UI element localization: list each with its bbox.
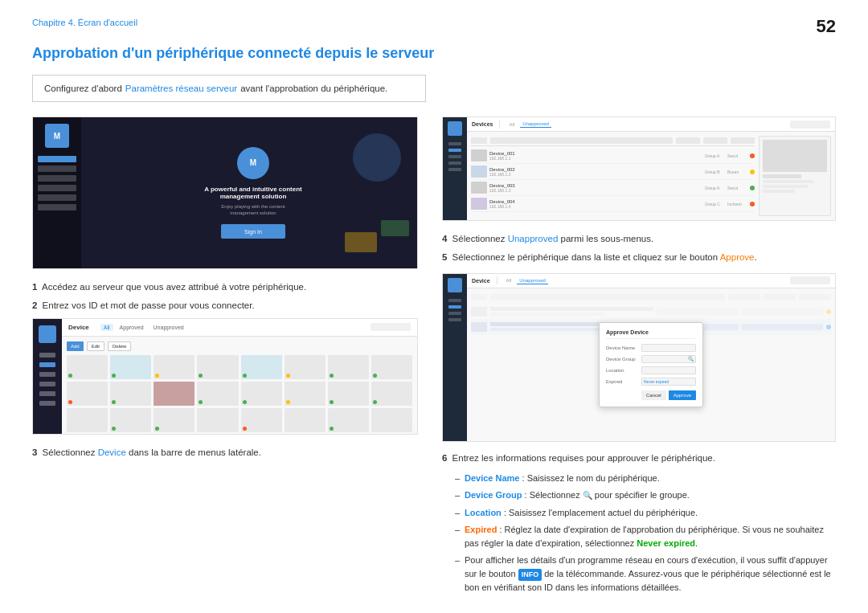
mock-main-area: Device All Approved Unapproved Add	[62, 319, 417, 434]
device-cell	[67, 408, 108, 432]
step-4: 4 Sélectionnez Unapproved parmi les sous…	[442, 232, 836, 246]
status-indicator	[155, 374, 159, 378]
device-cell	[371, 408, 412, 432]
dialog-expired-row: Expired Never expired	[606, 378, 696, 386]
device-cell	[197, 382, 238, 406]
detail-info	[763, 190, 795, 193]
device-cell	[328, 408, 369, 432]
device-list-row[interactable]: Device_002 192.168.1.2 Group B Busan	[471, 164, 755, 180]
ds-nav-item	[448, 299, 461, 302]
right-column: Devices All Unapproved	[442, 116, 836, 599]
location-keyword: Location	[465, 508, 502, 517]
tab-all[interactable]: All	[100, 324, 113, 331]
device-cell	[110, 382, 151, 406]
sub-bullet-info-note: Pour afficher les détails d'un programme…	[455, 554, 836, 595]
sidebar-menu-item	[39, 391, 55, 396]
search-icon: 🔍	[688, 356, 694, 362]
dialog-buttons: Cancel Approve	[606, 390, 696, 400]
dialog-location-label: Location	[606, 368, 638, 373]
device-info: Device_004 192.168.1.4	[489, 199, 702, 209]
status-indicator	[243, 427, 247, 431]
login-button-label: Sign In	[244, 229, 262, 235]
detail-info	[763, 180, 814, 183]
device-group: Group C	[705, 202, 725, 206]
device-cell	[110, 355, 151, 379]
device-cell	[67, 355, 108, 379]
tab-all[interactable]: All	[506, 121, 517, 128]
screenshot-login: M M A powerful and intuitive contentmana…	[32, 116, 418, 269]
device-list-row[interactable]: Device_001 192.168.1.1 Group A Seoul	[471, 148, 755, 164]
expired-text-after: .	[695, 538, 698, 548]
main-content: M M A powerful and intuitive contentmana…	[32, 116, 836, 599]
device-list-row[interactable]: Device_004 192.168.1.4 Group C Incheon	[471, 196, 755, 212]
edit-btn[interactable]: Edit	[87, 341, 104, 351]
search-icon-inline: 🔍	[583, 491, 592, 500]
delete-btn[interactable]: Delete	[108, 341, 131, 351]
sub-bullet-device-name: Device Name : Saisissez le nom du périph…	[455, 472, 836, 485]
search-input[interactable]	[790, 121, 830, 129]
dialog-device-name-input[interactable]	[641, 344, 696, 352]
add-btn[interactable]: Add	[67, 341, 84, 351]
page-title: Approbation d'un périphérique connecté d…	[32, 45, 836, 62]
dialog-device-name-label: Device Name	[606, 345, 638, 350]
approve-button[interactable]: Approve	[669, 390, 696, 400]
device-cell	[154, 382, 194, 406]
sub-bullets-container: Device Name : Saisissez le nom du périph…	[442, 472, 836, 595]
device-cell	[371, 355, 412, 379]
step-6: 6 Entrez les informations requises pour …	[442, 452, 836, 465]
dialog-device-group-input[interactable]: 🔍	[641, 355, 696, 363]
sidebar-menu-item	[39, 382, 55, 386]
device-location: Seoul	[727, 186, 747, 190]
device-info: Device_001 192.168.1.1	[489, 151, 702, 161]
search-bar[interactable]	[371, 323, 411, 331]
decorative-rect2	[381, 220, 409, 236]
device-cell	[67, 382, 108, 406]
dialog-location-row: Location	[606, 366, 696, 374]
dialog-expired-input[interactable]: Never expired	[641, 378, 696, 386]
mock-toolbar: Add Edit Delete	[67, 341, 412, 351]
device-sub: 192.168.1.3	[489, 188, 702, 193]
welcome-sidebar: M	[33, 117, 81, 268]
page-number: 52	[817, 16, 836, 37]
step-5-text: Sélectionnez le périphérique dans la lis…	[452, 252, 720, 262]
expired-keyword: Expired	[465, 525, 497, 534]
sidebar-nav-item	[38, 194, 76, 201]
device-info: Device_002 192.168.1.2	[489, 167, 702, 177]
login-button[interactable]: Sign In	[221, 224, 285, 239]
sidebar-menu-item	[39, 372, 55, 377]
decorative-circle	[353, 133, 401, 182]
device-cell	[154, 355, 194, 379]
device-list-row[interactable]: Device_003 192.168.1.3 Group A Seoul	[471, 180, 755, 196]
tab-unapproved[interactable]: Unapproved	[150, 324, 187, 331]
tab-unapproved[interactable]: Unapproved	[520, 121, 551, 128]
never-expired-text: Never expired	[637, 538, 695, 548]
cancel-button[interactable]: Cancel	[641, 390, 666, 400]
dialog-expired-label: Expired	[606, 379, 638, 384]
device-sub: 192.168.1.4	[489, 204, 702, 209]
mock-sidebar	[33, 319, 62, 434]
step-5-text-after: .	[755, 252, 757, 262]
step-3-device-link[interactable]: Device	[98, 447, 126, 457]
device-thumbnail	[471, 149, 487, 161]
status-indicator	[330, 374, 334, 378]
device-thumbnail	[471, 198, 487, 210]
device-cell	[110, 408, 151, 432]
dialog-location-input[interactable]	[641, 366, 696, 374]
mock-topbar: Device All Approved Unapproved	[62, 319, 417, 337]
tab-unapproved-2[interactable]: Unapproved	[517, 277, 548, 284]
sidebar-nav-item	[38, 156, 76, 162]
ds-logo-2	[448, 278, 462, 292]
devices-main: Devices All Unapproved	[467, 117, 835, 220]
search-input-2[interactable]	[790, 276, 830, 284]
device-info: Device_003 192.168.1.3	[489, 183, 702, 193]
info-box-link[interactable]: Paramètres réseau serveur	[125, 84, 237, 93]
sidebar-menu-item-device	[39, 362, 55, 367]
step-5-approve-link[interactable]: Approve	[720, 252, 755, 262]
welcome-title: A powerful and intuitive contentmanageme…	[204, 186, 301, 200]
step-1: 1 Accédez au serveur que vous avez attri…	[32, 280, 418, 294]
tab-all-2[interactable]: All	[504, 277, 514, 284]
welcome-logo: M	[237, 147, 269, 179]
step-4-unapproved-link[interactable]: Unapproved	[508, 234, 559, 243]
tab-approved[interactable]: Approved	[117, 324, 147, 331]
info-box: Configurez d'abord Paramètres réseau ser…	[32, 75, 426, 102]
